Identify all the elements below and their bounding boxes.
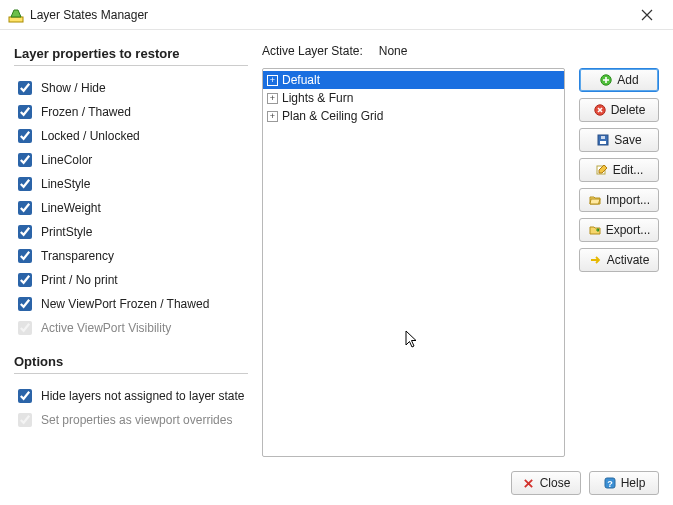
layer-property-label: New ViewPort Frozen / Thawed bbox=[41, 297, 209, 311]
export-button-label: Export... bbox=[606, 223, 651, 237]
left-panel: Layer properties to restore Show / HideF… bbox=[14, 44, 248, 457]
options-heading: Options bbox=[14, 354, 248, 374]
edit-button-label: Edit... bbox=[613, 163, 644, 177]
add-button[interactable]: Add bbox=[579, 68, 659, 92]
layer-property-checkbox[interactable] bbox=[18, 297, 32, 311]
expand-icon[interactable]: + bbox=[267, 93, 278, 104]
delete-button-label: Delete bbox=[611, 103, 646, 117]
layer-property-checkbox[interactable] bbox=[18, 249, 32, 263]
layer-property-checkbox[interactable] bbox=[18, 225, 32, 239]
layer-property-row[interactable]: New ViewPort Frozen / Thawed bbox=[14, 294, 248, 314]
middle-panel: Active Layer State: None +Defualt+Lights… bbox=[262, 44, 565, 457]
save-button-label: Save bbox=[614, 133, 641, 147]
option-label: Set properties as viewport overrides bbox=[41, 413, 232, 427]
layer-property-label: Show / Hide bbox=[41, 81, 106, 95]
floppy-disk-icon bbox=[596, 133, 610, 147]
option-label: Hide layers not assigned to layer state bbox=[41, 389, 244, 403]
svg-rect-0 bbox=[9, 17, 23, 22]
delete-button[interactable]: Delete bbox=[579, 98, 659, 122]
edit-button[interactable]: Edit... bbox=[579, 158, 659, 182]
layer-state-item[interactable]: +Plan & Ceiling Grid bbox=[263, 107, 564, 125]
layer-state-item[interactable]: +Lights & Furn bbox=[263, 89, 564, 107]
import-button-label: Import... bbox=[606, 193, 650, 207]
dialog-footer: Close ? Help bbox=[14, 461, 659, 495]
export-button[interactable]: Export... bbox=[579, 218, 659, 242]
close-button-label: Close bbox=[540, 476, 571, 490]
layer-property-label: Active ViewPort Visibility bbox=[41, 321, 171, 335]
pencil-icon bbox=[595, 163, 609, 177]
option-checkbox bbox=[18, 413, 32, 427]
layer-properties-heading: Layer properties to restore bbox=[14, 46, 248, 66]
folder-export-icon bbox=[588, 223, 602, 237]
help-button[interactable]: ? Help bbox=[589, 471, 659, 495]
app-icon bbox=[8, 7, 24, 23]
layer-states-manager-window: Layer States Manager Layer properties to… bbox=[0, 0, 673, 505]
layer-property-row[interactable]: Locked / Unlocked bbox=[14, 126, 248, 146]
layer-property-row[interactable]: LineWeight bbox=[14, 198, 248, 218]
layer-state-item-label: Lights & Furn bbox=[282, 91, 353, 105]
layer-property-checkbox[interactable] bbox=[18, 201, 32, 215]
arrow-right-icon bbox=[589, 253, 603, 267]
layer-property-label: Locked / Unlocked bbox=[41, 129, 140, 143]
layer-property-checkbox[interactable] bbox=[18, 153, 32, 167]
layer-property-label: LineColor bbox=[41, 153, 92, 167]
activate-button-label: Activate bbox=[607, 253, 650, 267]
layer-property-row[interactable]: Print / No print bbox=[14, 270, 248, 290]
layer-property-checkbox[interactable] bbox=[18, 273, 32, 287]
layer-property-label: LineWeight bbox=[41, 201, 101, 215]
x-red-icon bbox=[522, 476, 536, 490]
expand-icon[interactable]: + bbox=[267, 75, 278, 86]
layer-property-row[interactable]: LineColor bbox=[14, 150, 248, 170]
layer-property-label: Frozen / Thawed bbox=[41, 105, 131, 119]
svg-rect-5 bbox=[601, 136, 605, 139]
active-layer-state-label: Active Layer State: bbox=[262, 44, 363, 58]
layer-property-label: LineStyle bbox=[41, 177, 90, 191]
layer-property-row[interactable]: LineStyle bbox=[14, 174, 248, 194]
help-icon: ? bbox=[603, 476, 617, 490]
option-row: Set properties as viewport overrides bbox=[14, 410, 248, 430]
activate-button[interactable]: Activate bbox=[579, 248, 659, 272]
x-circle-icon bbox=[593, 103, 607, 117]
layer-property-checkbox[interactable] bbox=[18, 81, 32, 95]
layer-property-checkbox[interactable] bbox=[18, 105, 32, 119]
dialog-body: Layer properties to restore Show / HideF… bbox=[0, 30, 673, 505]
layer-state-item-label: Plan & Ceiling Grid bbox=[282, 109, 383, 123]
layer-property-row[interactable]: Frozen / Thawed bbox=[14, 102, 248, 122]
layer-state-item[interactable]: +Defualt bbox=[263, 71, 564, 89]
plus-circle-icon bbox=[599, 73, 613, 87]
expand-icon[interactable]: + bbox=[267, 111, 278, 122]
folder-open-icon bbox=[588, 193, 602, 207]
active-layer-state-row: Active Layer State: None bbox=[262, 44, 565, 58]
svg-rect-4 bbox=[600, 141, 606, 144]
layer-property-label: PrintStyle bbox=[41, 225, 92, 239]
svg-text:?: ? bbox=[607, 479, 613, 489]
layer-states-tree[interactable]: +Defualt+Lights & Furn+Plan & Ceiling Gr… bbox=[262, 68, 565, 457]
layer-property-checkbox bbox=[18, 321, 32, 335]
layer-property-label: Transparency bbox=[41, 249, 114, 263]
layer-property-row: Active ViewPort Visibility bbox=[14, 318, 248, 338]
layer-state-item-label: Defualt bbox=[282, 73, 320, 87]
window-title: Layer States Manager bbox=[30, 8, 629, 22]
import-button[interactable]: Import... bbox=[579, 188, 659, 212]
layer-property-row[interactable]: Transparency bbox=[14, 246, 248, 266]
option-checkbox[interactable] bbox=[18, 389, 32, 403]
close-button[interactable]: Close bbox=[511, 471, 581, 495]
layer-property-checkbox[interactable] bbox=[18, 129, 32, 143]
layer-property-row[interactable]: PrintStyle bbox=[14, 222, 248, 242]
layer-property-row[interactable]: Show / Hide bbox=[14, 78, 248, 98]
right-button-panel: Add Delete Save bbox=[579, 68, 659, 457]
help-button-label: Help bbox=[621, 476, 646, 490]
window-close-button[interactable] bbox=[629, 0, 665, 30]
save-button[interactable]: Save bbox=[579, 128, 659, 152]
option-row[interactable]: Hide layers not assigned to layer state bbox=[14, 386, 248, 406]
layer-property-checkbox[interactable] bbox=[18, 177, 32, 191]
add-button-label: Add bbox=[617, 73, 638, 87]
active-layer-state-value: None bbox=[379, 44, 408, 58]
titlebar: Layer States Manager bbox=[0, 0, 673, 30]
layer-property-label: Print / No print bbox=[41, 273, 118, 287]
